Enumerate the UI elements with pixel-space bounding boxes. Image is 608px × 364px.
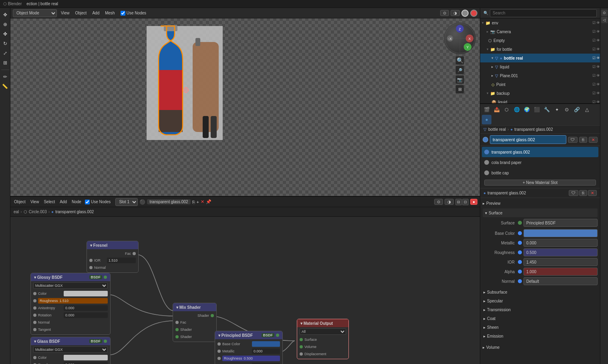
subsurface-collapse[interactable]: ▸ Subsurface	[483, 288, 598, 296]
view-menu[interactable]: View	[59, 11, 71, 15]
outliner-row-forbottle[interactable]: ▾ 📁 for bottle ☑ 👁	[480, 45, 600, 54]
physics-props-icon[interactable]: ⊙	[562, 105, 572, 114]
mat-copy-btn2[interactable]: ⎘	[579, 190, 587, 196]
ior-field[interactable]: 1.450	[523, 258, 598, 266]
transmission-collapse[interactable]: ▸ Transmission	[483, 305, 598, 314]
view-layer-icon[interactable]: ⬡	[502, 105, 511, 114]
ne-shading-btn[interactable]: ◑	[445, 199, 454, 205]
toolbar-transform-icon[interactable]: ⊞	[1, 58, 10, 67]
ne-slot-select[interactable]: Slot 1	[115, 198, 138, 206]
mat-delete-btn[interactable]: ✕	[589, 137, 598, 143]
ne-use-nodes-checkbox[interactable]	[85, 200, 90, 204]
coat-collapse[interactable]: ▸ Coat	[483, 314, 598, 323]
particles-props-icon[interactable]: ✦	[552, 105, 562, 114]
surface-header[interactable]: ▾ Surface	[483, 208, 598, 217]
ne-add-menu[interactable]: Add	[58, 200, 68, 204]
overlay-button[interactable]: ⊙	[440, 10, 449, 16]
mat-del-btn2[interactable]: ✕	[588, 190, 597, 196]
navigation-gizmo[interactable]: X -X Z Y	[444, 22, 476, 54]
emission-collapse[interactable]: ▸ Emission	[483, 332, 598, 340]
ne-delete-icon[interactable]: ✕	[201, 199, 204, 204]
outliner-search-input[interactable]	[490, 9, 597, 17]
world-props-icon[interactable]: 🌍	[522, 105, 531, 114]
material-item-cap[interactable]: bottle cap	[482, 168, 598, 178]
add-menu[interactable]: Add	[91, 11, 101, 15]
ne-overlay-btn[interactable]: ⊙	[434, 199, 443, 205]
sheen-collapse[interactable]: ▸ Sheen	[483, 323, 598, 332]
glossy-roughness-val[interactable]: 1.510	[60, 299, 69, 303]
glossy-dist-select[interactable]: Multiscatter GGX	[33, 282, 108, 289]
fr-icon-2[interactable]: ◁	[601, 17, 608, 23]
material-item-transparent[interactable]: transparent glass.002	[482, 147, 598, 157]
zoom-out-btn[interactable]: 🔎	[455, 66, 464, 74]
shading-button[interactable]: ◑	[451, 10, 460, 16]
node-canvas[interactable]: ▾ Fresnel Fac IOR 1.510	[10, 217, 480, 364]
toolbar-cursor-icon[interactable]: ⊕	[1, 20, 10, 29]
scene-props-icon[interactable]: 🌐	[512, 105, 521, 114]
fr-icon-1[interactable]: ⊙	[601, 10, 608, 16]
alpha-field[interactable]: 1.000	[523, 268, 598, 276]
camera-view-btn[interactable]: 📷	[455, 75, 464, 84]
ne-object-menu[interactable]: Object	[13, 200, 27, 204]
roughness-field[interactable]: 0.500	[523, 248, 598, 256]
ne-copy-icon[interactable]: ⎘	[192, 200, 195, 204]
outliner-row-liquid2[interactable]: 📦 liquid ☑ 👁	[480, 98, 600, 103]
mesh-menu[interactable]: Mesh	[103, 11, 116, 15]
mat-shield-btn[interactable]: 🛡	[569, 190, 578, 196]
ne-node-menu[interactable]: Node	[70, 200, 83, 204]
glass-dist-select[interactable]: Multiscatter GGX	[33, 346, 108, 353]
toolbar-rotate-icon[interactable]: ↻	[1, 39, 10, 48]
ne-select-menu[interactable]: Select	[42, 200, 56, 204]
mat-copy-btn[interactable]: ⎘	[579, 137, 587, 143]
outliner-row-bottlereal[interactable]: ▾ ▽ ● bottle real ☑ 👁	[480, 54, 600, 62]
base-color-swatch[interactable]	[523, 229, 598, 237]
object-menu[interactable]: Object	[74, 11, 89, 15]
modifier-props-icon[interactable]: 🔧	[542, 105, 552, 114]
output-props-icon[interactable]: 📤	[492, 105, 501, 114]
glossy-rotation-val[interactable]: 0.000	[65, 313, 74, 317]
outliner-row-camera[interactable]: ▸ 📷 Camera ☑ 👁	[480, 27, 600, 36]
ne-view-icon-1[interactable]: ⊟	[455, 199, 462, 205]
volume-header[interactable]: ▸ Volume	[483, 343, 598, 352]
mode-select[interactable]: Object Mode Edit Mode	[13, 9, 57, 17]
outliner-row-env[interactable]: ▾ 📁 env ☑ 👁	[480, 18, 600, 27]
material-item-cola[interactable]: cola brand paper	[482, 157, 598, 168]
render-props-icon[interactable]: 🎬	[482, 105, 491, 114]
pbsdf-roughness-val[interactable]: 0.500	[244, 356, 253, 360]
pbsdf-metallic-val[interactable]: 0.000	[254, 349, 263, 353]
metallic-field[interactable]: 0.000	[523, 239, 598, 247]
outliner-row-liquid[interactable]: ▸ ▽ liquid ☑ 👁	[480, 62, 600, 71]
glossy-anisotropy-val[interactable]: 0.000	[65, 306, 74, 310]
toolbar-annotate-icon[interactable]: ✏	[1, 72, 10, 81]
outliner-row-point[interactable]: ◇ Point ☑ 👁	[480, 80, 600, 89]
constraints-props-icon[interactable]: 🔗	[572, 105, 582, 114]
outliner-row-plane001[interactable]: ▸ ▽ Plane.001 ☑ 👁	[480, 71, 600, 80]
mat-fake-user-btn[interactable]: 🛡	[568, 137, 578, 143]
toolbar-move-icon[interactable]: ✤	[1, 30, 10, 38]
normal-field[interactable]: Default	[523, 277, 598, 285]
outliner-row-backup[interactable]: ▾ 📁 backup ☑ 👁	[480, 89, 600, 98]
preview-header[interactable]: ▸ Preview	[483, 199, 598, 208]
ne-view-icon-2[interactable]: ⊡	[462, 199, 469, 205]
ne-pin-icon[interactable]: 📌	[206, 199, 211, 204]
viewport-shading-render[interactable]	[470, 10, 477, 17]
toolbar-scale-icon[interactable]: ⤢	[1, 49, 10, 58]
material-props-icon[interactable]: ●	[482, 115, 491, 124]
material-name-input[interactable]	[490, 135, 566, 144]
viewport-shading-solid[interactable]	[461, 10, 469, 17]
mat-output-target[interactable]: All	[300, 328, 346, 335]
surface-type-btn[interactable]: Principled BSDF	[523, 219, 598, 227]
ne-view-menu[interactable]: View	[29, 200, 40, 204]
ne-render-btn[interactable]: ●	[470, 199, 477, 205]
outliner-row-empty[interactable]: ⬡ Empty ☑ 👁	[480, 36, 600, 45]
use-nodes-checkbox[interactable]	[121, 11, 125, 16]
ne-new-icon[interactable]: +	[197, 200, 199, 204]
specular-collapse[interactable]: ▸ Specular	[483, 296, 598, 305]
object-data-icon[interactable]: △	[582, 105, 592, 114]
grid-btn[interactable]: ⊞	[455, 85, 464, 94]
toolbar-select-icon[interactable]: ✥	[1, 10, 10, 19]
toolbar-measure-icon[interactable]: 📏	[1, 82, 10, 91]
mat-add-btn[interactable]: + New Material Slot	[484, 180, 596, 186]
zoom-in-btn[interactable]: 🔍	[455, 56, 464, 65]
fresnel-ior-val[interactable]: 1.510	[109, 258, 118, 262]
